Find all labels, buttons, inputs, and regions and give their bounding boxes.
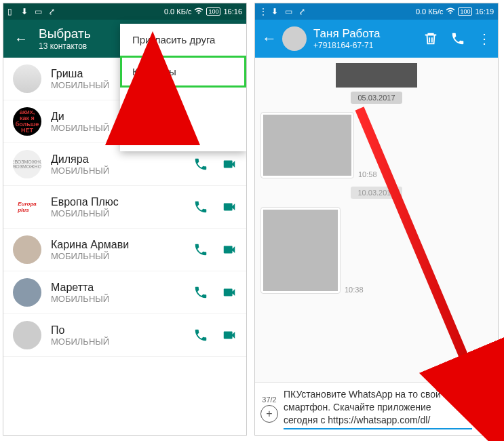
back-arrow-icon[interactable]: ← [14, 31, 28, 47]
card-icon: ▭ [35, 7, 44, 16]
avatar: НЕВОЗМОЖНОЕ ВОЗМОЖНО [13, 150, 41, 178]
chat-contact-name: Таня Работа [313, 27, 423, 41]
wifi-icon [194, 6, 203, 17]
char-counter: 37/2 [262, 396, 276, 404]
chat-contact-phone: +7918164-67-71 [313, 41, 423, 50]
card-icon: ▭ [285, 7, 294, 16]
video-icon[interactable] [222, 157, 237, 172]
contact-name: Европа Плюс [51, 196, 193, 208]
avatar: аких,как ябольшеНЕТ [13, 107, 41, 136]
video-icon[interactable] [222, 328, 237, 343]
clock: 16:19 [475, 7, 494, 16]
options-menu: Пригласить друга Контакты Обновить Помощ… [120, 24, 246, 151]
call-icon[interactable] [193, 157, 208, 172]
avatar [13, 321, 41, 349]
message-image[interactable] [260, 112, 354, 178]
call-icon[interactable] [193, 242, 208, 257]
download-icon: ⬇ [21, 7, 31, 16]
chat-body: 05.03.2017 10:58 10.03.2017 10:38 [255, 58, 498, 382]
contact-row[interactable]: Карина Армави МОБИЛЬНЫЙ [3, 229, 246, 271]
contact-sub: МОБИЛЬНЫЙ [51, 337, 193, 347]
video-icon[interactable] [222, 199, 237, 214]
contact-name: По [51, 324, 193, 337]
network-speed: 0.0 КБ/с [164, 7, 192, 16]
call-icon[interactable] [193, 285, 208, 300]
contact-name: Диляра [51, 153, 193, 166]
contact-sub: МОБИЛЬНЫЙ [51, 208, 193, 218]
more-icon[interactable]: ⋮ [478, 31, 491, 47]
contact-row[interactable]: Маретта МОБИЛЬНЫЙ [3, 271, 246, 314]
message-image[interactable] [336, 63, 417, 88]
contact-name: Карина Армави [51, 239, 193, 251]
compose-bar: 37/2 + ПКУстановите WhatsApp на то свой … [255, 382, 498, 435]
back-arrow-icon[interactable]: ← [262, 30, 277, 47]
battery-icon: 100 [458, 7, 472, 16]
delete-icon[interactable] [423, 31, 438, 46]
contact-sub: МОБИЛЬНЫЙ [51, 166, 193, 176]
send-button[interactable] [472, 399, 492, 419]
chat-header: ← Таня Работа +7918164-67-71 ⋮ [255, 20, 498, 58]
avatar [13, 235, 41, 264]
share-icon: ⤤ [48, 7, 58, 16]
contact-avatar[interactable] [282, 26, 307, 51]
message-time: 10:58 [358, 170, 377, 178]
contact-name: Маретта [51, 282, 193, 294]
contact-row[interactable]: Europaplus Европа Плюс МОБИЛЬНЫЙ [3, 186, 246, 229]
network-speed: 0.0 КБ/с [416, 7, 444, 16]
clock: 16:16 [223, 7, 242, 16]
wifi-icon [446, 6, 455, 17]
video-icon[interactable] [222, 285, 237, 300]
video-icon[interactable] [222, 242, 237, 257]
message-image[interactable] [260, 207, 341, 294]
share-icon: ⤤ [298, 7, 308, 16]
attach-button[interactable]: + [260, 405, 278, 423]
message-time: 10:38 [345, 286, 364, 294]
call-icon[interactable] [450, 31, 465, 46]
dots-icon: ⋮ [259, 7, 267, 16]
menu-invite-friend[interactable]: Пригласить друга [120, 24, 246, 56]
menu-refresh[interactable]: Обновить [120, 88, 246, 119]
call-icon[interactable] [193, 199, 208, 214]
battery-icon: 100 [206, 7, 220, 16]
header-subtitle: 13 контактов [39, 41, 91, 51]
status-bar: ⋮ ⬇ ▭ ⤤ 0.0 КБ/с 100 16:19 [255, 3, 498, 20]
compose-input[interactable]: ПКУстановите WhatsApp на то свой смартфо… [284, 388, 472, 427]
contact-sub: МОБИЛЬНЫЙ [51, 294, 193, 304]
avatar: Europaplus [13, 193, 41, 221]
sim-icon: ▯ [7, 7, 17, 16]
menu-contacts[interactable]: Контакты [120, 56, 246, 88]
call-icon[interactable] [193, 328, 208, 343]
date-chip: 05.03.2017 [351, 92, 402, 104]
avatar [13, 278, 41, 307]
status-bar: ▯ ⬇ ▭ ⤤ 0.0 КБ/с 100 16:16 [3, 3, 246, 20]
avatar [13, 64, 41, 93]
contact-row[interactable]: По МОБИЛЬНЫЙ [3, 314, 246, 357]
header-title: Выбрать [39, 26, 91, 41]
download-icon: ⬇ [271, 7, 281, 16]
date-chip: 10.03.2017 [351, 187, 402, 199]
menu-help[interactable]: Помощь [120, 119, 246, 151]
contact-sub: МОБИЛЬНЫЙ [51, 251, 193, 261]
